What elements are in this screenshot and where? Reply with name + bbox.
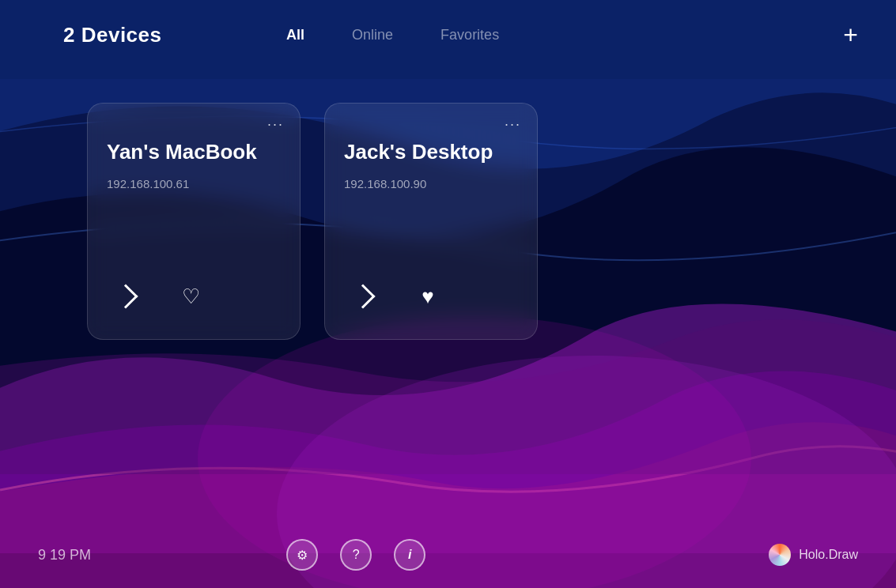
card-menu-button-macbook[interactable]: ··· — [267, 116, 284, 133]
tab-all[interactable]: All — [286, 27, 304, 43]
nav-tabs: All Online Favorites — [286, 27, 499, 43]
chevron-right-icon — [113, 284, 138, 308]
info-button[interactable]: i — [394, 539, 425, 571]
device-cards-area: ··· Yan's MacBook 192.168.100.61 ♡ ··· J… — [0, 63, 896, 340]
info-icon: i — [408, 548, 411, 562]
brand-logo-icon — [769, 544, 791, 566]
card-device-name-desktop: Jack's Desktop — [344, 140, 518, 164]
footer: 9 19 PM ⚙ ? i Holo.Draw — [0, 525, 896, 588]
help-button[interactable]: ? — [340, 539, 372, 571]
time-display: 9 19 PM — [38, 547, 91, 564]
card-actions-macbook: ♡ — [107, 279, 281, 320]
device-count-label: 2 Devices — [63, 23, 161, 47]
help-icon: ? — [353, 548, 360, 562]
card-device-name-macbook: Yan's MacBook — [107, 140, 281, 164]
add-device-button[interactable]: + — [843, 22, 858, 47]
chevron-right-icon-2 — [350, 284, 375, 308]
device-card-macbook[interactable]: ··· Yan's MacBook 192.168.100.61 ♡ — [87, 103, 301, 340]
brand-name-label: Holo.Draw — [799, 548, 858, 562]
connect-button-desktop[interactable] — [344, 279, 379, 314]
device-card-desktop[interactable]: ··· Jack's Desktop 192.168.100.90 ♥ — [324, 103, 538, 340]
tab-favorites[interactable]: Favorites — [440, 27, 499, 43]
heart-outline-icon: ♡ — [182, 285, 200, 309]
card-menu-button-desktop[interactable]: ··· — [505, 116, 521, 133]
header: 2 Devices All Online Favorites + — [0, 0, 896, 63]
card-actions-desktop: ♥ — [344, 279, 518, 320]
heart-filled-icon: ♥ — [422, 285, 433, 309]
card-ip-desktop: 192.168.100.90 — [344, 177, 518, 190]
favorite-button-desktop[interactable]: ♥ — [410, 279, 445, 314]
tab-online[interactable]: Online — [352, 27, 393, 43]
favorite-button-macbook[interactable]: ♡ — [173, 279, 208, 314]
settings-icon: ⚙ — [297, 548, 308, 563]
settings-button[interactable]: ⚙ — [286, 539, 318, 571]
connect-button-macbook[interactable] — [107, 279, 142, 314]
footer-icons: ⚙ ? i — [286, 539, 425, 571]
brand-section: Holo.Draw — [769, 544, 858, 566]
card-ip-macbook: 192.168.100.61 — [107, 177, 281, 190]
